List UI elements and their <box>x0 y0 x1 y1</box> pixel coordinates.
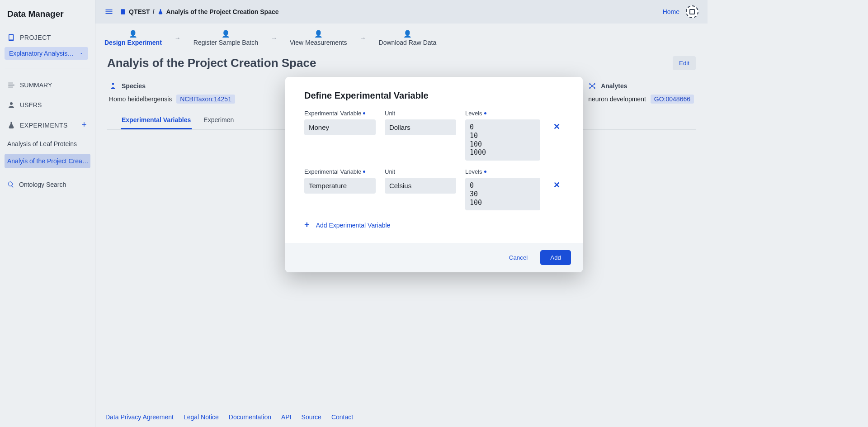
nav-summary-label: SUMMARY <box>20 81 52 89</box>
modal-title: Define Experimental Variable <box>304 90 564 101</box>
person-icon: 👤 <box>129 30 137 38</box>
analytes-name: neuron development <box>588 95 646 103</box>
person-icon: 👤 <box>314 30 323 38</box>
breadcrumb-project[interactable]: QTEST <box>129 8 150 15</box>
footer-link-legal[interactable]: Legal Notice <box>184 413 219 421</box>
nav-project: PROJECT <box>5 27 90 44</box>
footer-link-docs[interactable]: Documentation <box>229 413 271 421</box>
tab-experimen[interactable]: Experimen <box>203 112 235 129</box>
species-name: Homo heidelbergensis <box>109 95 172 103</box>
home-link[interactable]: Home <box>663 8 679 15</box>
required-dot-icon <box>484 171 486 173</box>
avatar[interactable] <box>686 5 698 18</box>
project-selector[interactable]: Explanatory Analysis o… <box>5 47 88 60</box>
step-design-experiment[interactable]: 👤 Design Experiment <box>104 30 162 46</box>
sidebar: Data Manager PROJECT Explanatory Analysi… <box>0 0 95 427</box>
svg-point-0 <box>112 83 114 85</box>
breadcrumb-sep: / <box>153 8 155 15</box>
footer-link-api[interactable]: API <box>281 413 292 421</box>
book-icon <box>7 33 15 42</box>
cancel-button[interactable]: Cancel <box>505 250 533 265</box>
footer-link-privacy[interactable]: Data Privacy Agreement <box>105 413 174 421</box>
unit-input-1[interactable] <box>385 178 456 194</box>
unit-input-0[interactable] <box>385 119 456 135</box>
define-variable-modal: Define Experimental Variable Experimenta… <box>285 77 583 272</box>
step-download-data[interactable]: 👤 Download Raw Data <box>379 30 437 46</box>
modal-footer: Cancel Add <box>285 243 583 272</box>
arrow-icon: → <box>360 34 366 42</box>
nav-users-label: USERS <box>20 101 42 109</box>
required-dot-icon <box>363 112 365 114</box>
step-view-measurements[interactable]: 👤 View Measurements <box>290 30 347 46</box>
flask-icon <box>157 9 164 15</box>
plus-icon <box>80 121 88 128</box>
person-icon: 👤 <box>222 30 230 38</box>
label-unit: Unit <box>385 110 456 117</box>
plus-icon: + <box>304 220 310 230</box>
arrow-icon: → <box>175 34 181 42</box>
page-header: Analyis of the Project Creation Space Ed… <box>95 50 708 76</box>
remove-row-1[interactable]: ✕ <box>549 168 564 190</box>
footer-link-source[interactable]: Source <box>302 413 321 421</box>
nav-summary[interactable]: SUMMARY <box>5 76 90 94</box>
step-register-batch[interactable]: 👤 Register Sample Batch <box>193 30 258 46</box>
levels-input-0[interactable] <box>465 119 540 161</box>
remove-row-0[interactable]: ✕ <box>549 110 564 132</box>
footer-link-contact[interactable]: Contact <box>331 413 353 421</box>
person-icon: 👤 <box>403 30 412 38</box>
breadcrumb-experiment: Analyis of the Project Creation Space <box>166 8 279 15</box>
nav-users[interactable]: USERS <box>5 96 90 114</box>
analytes-header: Analytes <box>601 82 627 90</box>
page-title: Analyis of the Project Creation Space <box>107 56 316 70</box>
nav-experiments: EXPERIMENTS <box>5 116 90 134</box>
sidebar-divider <box>5 68 90 68</box>
label-levels: Levels <box>465 110 540 117</box>
label-unit: Unit <box>385 168 456 175</box>
search-icon <box>7 181 14 188</box>
add-button[interactable]: Add <box>540 250 571 265</box>
users-icon <box>7 101 15 109</box>
label-variable: Experimental Variable <box>304 110 376 117</box>
app-title: Data Manager <box>5 7 90 24</box>
species-card: Species Homo heidelbergensis NCBITaxon:1… <box>109 79 235 104</box>
tab-experimental-variables[interactable]: Experimental Variables <box>121 112 192 129</box>
footer: Data Privacy Agreement Legal Notice Docu… <box>95 407 708 427</box>
label-levels: Levels <box>465 168 540 175</box>
variable-input-0[interactable] <box>304 119 376 135</box>
levels-input-1[interactable] <box>465 178 540 210</box>
nav-project-label: PROJECT <box>20 34 51 41</box>
summary-icon <box>7 81 15 89</box>
add-experiment-button[interactable] <box>80 121 88 129</box>
project-selected-label: Explanatory Analysis o… <box>9 50 75 57</box>
required-dot-icon <box>484 112 486 114</box>
add-variable-button[interactable]: + Add Experimental Variable <box>304 212 564 232</box>
network-icon <box>588 82 596 90</box>
topbar: QTEST / Analyis of the Project Creation … <box>95 0 708 24</box>
analytes-tag[interactable]: GO:0048666 <box>651 95 694 104</box>
book-icon <box>120 9 126 15</box>
flask-icon <box>7 121 15 129</box>
species-tag[interactable]: NCBITaxon:14251 <box>176 95 235 104</box>
label-variable: Experimental Variable <box>304 168 376 175</box>
arrow-icon: → <box>271 34 277 42</box>
edit-button[interactable]: Edit <box>673 56 696 70</box>
person-outline-icon <box>109 82 117 90</box>
nav-experiments-label: EXPERIMENTS <box>20 122 68 129</box>
required-dot-icon <box>363 171 365 173</box>
nav-ontology-label: Ontology Search <box>19 181 66 188</box>
species-header: Species <box>122 82 146 90</box>
chevron-down-icon <box>79 51 84 56</box>
nav-ontology-search[interactable]: Ontology Search <box>5 176 90 193</box>
variable-row-1: Experimental Variable Unit Levels ✕ <box>304 168 564 212</box>
variable-row-0: Experimental Variable Unit Levels ✕ <box>304 110 564 162</box>
experiment-item-0[interactable]: Analysis of Leaf Proteins <box>5 137 90 151</box>
workflow-steps: 👤 Design Experiment → 👤 Register Sample … <box>95 24 708 50</box>
analytes-card: Analytes neuron development GO:0048666 <box>588 79 694 104</box>
breadcrumb: QTEST / Analyis of the Project Creation … <box>120 8 279 15</box>
experiment-item-1[interactable]: Analyis of the Project Crea… <box>5 154 90 168</box>
menu-icon[interactable] <box>104 7 113 16</box>
variable-input-1[interactable] <box>304 178 376 194</box>
